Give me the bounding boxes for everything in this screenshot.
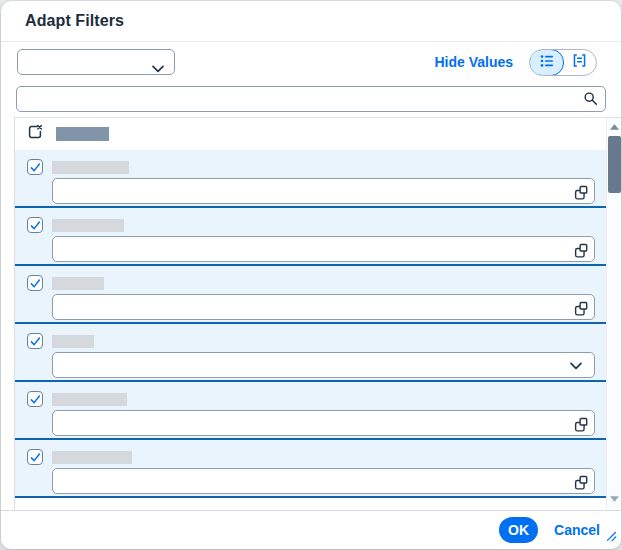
row-checkbox[interactable] bbox=[27, 333, 43, 349]
scroll-down-arrow[interactable] bbox=[609, 496, 620, 506]
view-select-combobox[interactable] bbox=[17, 49, 175, 75]
row-checkbox[interactable] bbox=[27, 391, 43, 407]
filter-label-placeholder bbox=[52, 277, 104, 290]
bulleted-list-icon bbox=[539, 53, 555, 72]
group-view-button[interactable] bbox=[563, 50, 596, 75]
value-help-icon[interactable] bbox=[572, 416, 588, 432]
filter-label-placeholder bbox=[52, 161, 129, 174]
filter-label-placeholder bbox=[52, 335, 94, 348]
row-checkbox[interactable] bbox=[27, 275, 43, 291]
filter-value-field[interactable] bbox=[52, 178, 595, 204]
chevron-down-icon bbox=[152, 59, 164, 77]
dialog-header: Adapt Filters bbox=[1, 1, 621, 42]
filter-value-select[interactable] bbox=[52, 352, 595, 378]
filter-row bbox=[15, 382, 606, 440]
checkmark-icon bbox=[29, 161, 42, 174]
scrollbar[interactable] bbox=[606, 118, 621, 510]
view-toggle-group bbox=[529, 49, 597, 76]
clear-filter-icon[interactable] bbox=[27, 124, 43, 144]
hide-values-link[interactable]: Hide Values bbox=[434, 54, 513, 70]
filter-label-placeholder bbox=[52, 393, 127, 406]
value-help-icon[interactable] bbox=[572, 242, 588, 258]
checkmark-icon bbox=[29, 219, 42, 232]
search-icon[interactable] bbox=[583, 91, 598, 110]
filter-label-placeholder bbox=[52, 219, 124, 232]
filter-row bbox=[15, 440, 606, 498]
scrollbar-thumb[interactable] bbox=[608, 136, 621, 193]
filter-row bbox=[15, 266, 606, 324]
filter-rows bbox=[15, 150, 606, 510]
filter-value-field[interactable] bbox=[52, 468, 595, 494]
filter-label-placeholder bbox=[52, 451, 132, 464]
filter-row bbox=[15, 324, 606, 382]
filter-value-field[interactable] bbox=[52, 236, 595, 262]
list-header-placeholder bbox=[56, 127, 109, 141]
list-header bbox=[15, 118, 621, 150]
value-help-icon[interactable] bbox=[572, 474, 588, 490]
filter-value-field[interactable] bbox=[52, 410, 595, 436]
row-checkbox[interactable] bbox=[27, 217, 43, 233]
resize-grip-icon[interactable] bbox=[604, 529, 618, 547]
dialog-footer: OK Cancel bbox=[1, 510, 621, 549]
value-help-icon[interactable] bbox=[572, 300, 588, 316]
scroll-up-arrow[interactable] bbox=[609, 124, 620, 134]
filter-row bbox=[15, 150, 606, 208]
filter-row bbox=[15, 208, 606, 266]
grouped-list-icon bbox=[572, 53, 587, 71]
search-input[interactable] bbox=[16, 86, 606, 112]
row-checkbox[interactable] bbox=[27, 449, 43, 465]
checkmark-icon bbox=[29, 335, 42, 348]
cancel-button[interactable]: Cancel bbox=[554, 522, 600, 538]
adapt-filters-dialog: Adapt Filters Hide Values bbox=[1, 1, 621, 549]
filter-value-field[interactable] bbox=[52, 294, 595, 320]
row-checkbox[interactable] bbox=[27, 159, 43, 175]
checkmark-icon bbox=[29, 393, 42, 406]
filter-toolbar: Hide Values bbox=[1, 42, 621, 82]
ok-button[interactable]: OK bbox=[499, 517, 538, 543]
filter-list-panel bbox=[14, 117, 621, 510]
search-row bbox=[1, 82, 621, 117]
value-help-icon[interactable] bbox=[572, 184, 588, 200]
checkmark-icon bbox=[29, 451, 42, 464]
chevron-down-icon[interactable] bbox=[568, 362, 584, 370]
list-view-button[interactable] bbox=[529, 49, 564, 76]
checkmark-icon bbox=[29, 277, 42, 290]
dialog-title: Adapt Filters bbox=[25, 12, 124, 30]
